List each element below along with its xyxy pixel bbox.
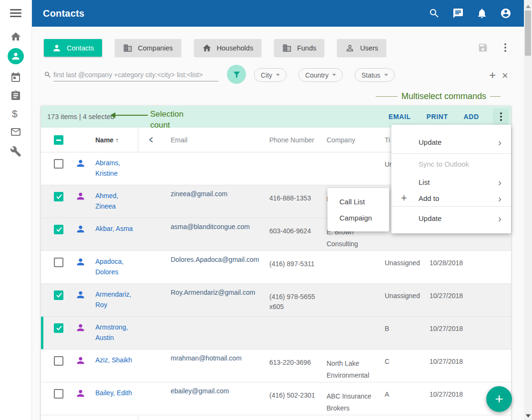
contact-email[interactable]: Roy.Armendariz@gmail.com	[171, 289, 255, 296]
notifications-icon[interactable]	[476, 8, 488, 19]
search-icon	[44, 71, 51, 79]
menu-item-update[interactable]: Update›	[391, 207, 511, 230]
multiselect-menu: Update›Sync to OutlookList›+Add to›Updat…	[391, 125, 511, 233]
column-header-phone[interactable]: Phone Number	[269, 136, 314, 144]
column-header-name[interactable]: Name ↑	[95, 136, 119, 144]
submenu-item-campaign[interactable]: Campaign	[327, 210, 389, 226]
add-contact-fab[interactable]: +	[486, 386, 512, 412]
row-checkbox[interactable]	[54, 389, 63, 399]
scrollbar[interactable]	[524, 0, 532, 420]
row-checkbox[interactable]	[54, 225, 63, 234]
tab-households[interactable]: Households	[194, 39, 262, 57]
contact-avatar-icon[interactable]	[75, 224, 86, 234]
menu-item-list[interactable]: List›	[391, 174, 511, 190]
search-input[interactable]	[53, 69, 218, 81]
contact-name-link[interactable]: Armendariz, Roy	[95, 289, 131, 310]
contact-name-link[interactable]: Aziz, Shaikh	[95, 355, 132, 365]
contact-email[interactable]: Dolores.Apadoca@gmail.com	[171, 256, 259, 263]
filter-chip-country[interactable]: Country	[298, 68, 343, 82]
row-checkbox[interactable]	[54, 159, 63, 169]
contact-phone: (416) 897-5311	[269, 259, 315, 269]
table-row[interactable]: Apadoca, DoloresDolores.Apadoca@gmail.co…	[41, 251, 511, 284]
row-checkbox[interactable]	[54, 258, 63, 267]
mail-icon[interactable]	[10, 126, 21, 138]
chevron-right-icon: ›	[498, 213, 501, 223]
chat-icon[interactable]	[452, 8, 464, 19]
menu-item-label: List	[419, 178, 430, 186]
contact-avatar-icon[interactable]	[75, 191, 86, 201]
contact-avatar-icon[interactable]	[75, 388, 86, 399]
entity-tabs: ContactsCompaniesHouseholdsFundsUsers	[44, 39, 386, 57]
multiselect-more-button[interactable]	[493, 109, 509, 125]
home-icon	[202, 43, 212, 53]
column-header-email[interactable]: Email	[171, 136, 187, 144]
contact-email[interactable]: mrahman@hotmail.com	[171, 354, 242, 362]
tab-contacts[interactable]: Contacts	[44, 39, 102, 57]
contact-name-link[interactable]: Armstrong, Austin	[95, 322, 128, 343]
tools-icon[interactable]	[10, 146, 21, 157]
row-checkbox[interactable]	[54, 356, 63, 366]
contact-email[interactable]: ebailey@gmail.com	[171, 387, 229, 395]
table-row[interactable]: Bailey, Edithebailey@gmail.com(416) 502-…	[41, 382, 511, 415]
contact-avatar-icon[interactable]	[75, 290, 86, 300]
dollar-icon[interactable]: $	[12, 108, 18, 120]
account-icon[interactable]	[500, 8, 512, 19]
contacts-icon[interactable]	[8, 48, 24, 64]
page-title: Contacts	[43, 0, 84, 27]
print-button[interactable]: PRINT	[427, 113, 448, 120]
contact-name-link[interactable]: Akbar, Asma	[95, 223, 133, 234]
menu-item-label: Add to	[419, 194, 439, 202]
tab-label: Funds	[297, 44, 316, 52]
add-filter-icon[interactable]: +	[489, 69, 496, 82]
scrollbar-thumb[interactable]	[525, 10, 531, 56]
column-header-company[interactable]: Company	[327, 136, 355, 144]
contact-email[interactable]: zineea@gmail.com	[171, 190, 227, 198]
more-vertical-icon[interactable]	[504, 43, 506, 52]
tab-funds[interactable]: Funds	[274, 39, 324, 57]
email-button[interactable]: EMAIL	[389, 113, 411, 120]
clear-filters-icon[interactable]: ×	[502, 70, 508, 82]
contact-avatar-icon[interactable]	[75, 355, 86, 366]
row-checkbox[interactable]	[54, 192, 63, 201]
home-icon[interactable]	[10, 31, 21, 42]
menu-item-add-to[interactable]: +Add to›	[391, 190, 511, 206]
calendar-icon[interactable]	[10, 72, 21, 83]
column-header-tier[interactable]: Ti	[385, 136, 390, 144]
scroll-up-icon[interactable]	[526, 5, 531, 8]
chip-label: Status	[361, 71, 380, 79]
contact-name-link[interactable]: Abrams, Kristine	[95, 158, 120, 179]
submenu-item-call-list[interactable]: Call List	[327, 193, 389, 210]
contact-name-link[interactable]: Bailey, Edith	[95, 388, 132, 398]
contact-date: 10/28/2018	[430, 259, 463, 267]
save-icon[interactable]	[478, 42, 488, 53]
contact-avatar-icon[interactable]	[75, 257, 86, 267]
contact-avatar-icon[interactable]	[75, 322, 86, 333]
filter-button[interactable]	[227, 65, 246, 84]
table-row[interactable]: Aziz, Shaikhmrahman@hotmail.com613-220-3…	[41, 350, 511, 382]
chevron-down-icon	[332, 74, 336, 76]
table-row[interactable]: Armendariz, RoyRoy.Armendariz@gmail.com(…	[41, 284, 511, 317]
menu-item-update[interactable]: Update›	[391, 130, 511, 153]
filter-chip-status[interactable]: Status	[355, 68, 395, 82]
contact-name-link[interactable]: Apadoca, Dolores	[95, 256, 123, 277]
tab-users[interactable]: Users	[337, 39, 386, 57]
select-all-checkbox[interactable]	[54, 135, 63, 145]
filter-chip-city[interactable]: City	[254, 68, 286, 82]
table-row[interactable]: Armstrong, AustinB10/27/2018	[41, 317, 511, 350]
add-button[interactable]: ADD	[464, 113, 479, 120]
contact-email[interactable]: asma@blanditcongue.com	[171, 223, 250, 230]
contact-name-link[interactable]: Ahmed, Zineea	[95, 190, 118, 211]
row-checkbox[interactable]	[54, 290, 63, 300]
row-checkbox[interactable]	[54, 323, 63, 333]
search-icon[interactable]	[429, 8, 440, 19]
scroll-down-icon[interactable]	[526, 414, 531, 418]
chevron-left-icon[interactable]	[148, 136, 155, 143]
tab-companies[interactable]: Companies	[115, 39, 181, 57]
contact-avatar-icon[interactable]	[75, 158, 86, 169]
contact-tier: C	[385, 358, 389, 365]
menu-icon[interactable]	[10, 9, 21, 19]
topbar: Contacts	[32, 0, 524, 27]
check-icon	[56, 193, 62, 199]
tasks-icon[interactable]	[10, 90, 21, 101]
contact-date: 10/27/2018	[430, 325, 463, 332]
